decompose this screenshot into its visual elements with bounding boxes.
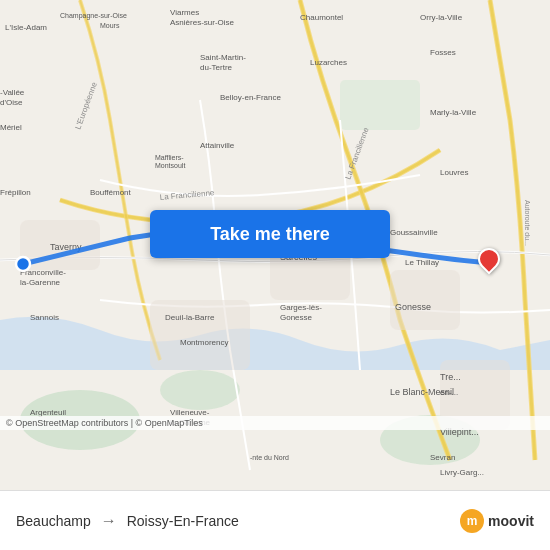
svg-text:-nte du Nord: -nte du Nord (250, 454, 289, 461)
svg-text:Saint-Martin-: Saint-Martin- (200, 53, 246, 62)
svg-text:Marly-la-Ville: Marly-la-Ville (430, 108, 477, 117)
svg-text:Viarmes: Viarmes (170, 8, 199, 17)
svg-text:L'Isle-Adam: L'Isle-Adam (5, 23, 47, 32)
svg-text:Orry-la-Ville: Orry-la-Ville (420, 13, 463, 22)
svg-text:Chaumontel: Chaumontel (300, 13, 343, 22)
svg-text:Champagne-sur-Oise: Champagne-sur-Oise (60, 12, 127, 20)
svg-text:-Vallée: -Vallée (0, 88, 25, 97)
svg-rect-8 (390, 270, 460, 330)
route-arrow-icon: → (101, 512, 117, 530)
svg-text:Bouffémont: Bouffémont (90, 188, 132, 197)
svg-rect-6 (150, 300, 250, 370)
svg-text:Livry-Garg...: Livry-Garg... (440, 468, 484, 477)
svg-text:Sevran: Sevran (430, 453, 455, 462)
svg-text:Le Thillay: Le Thillay (405, 258, 439, 267)
svg-text:Maffliers-: Maffliers- (155, 154, 184, 161)
svg-text:Taverny: Taverny (50, 242, 82, 252)
svg-text:Frépillon: Frépillon (0, 188, 31, 197)
svg-text:Goussainville: Goussainville (390, 228, 438, 237)
moovit-icon: m (460, 509, 484, 533)
copyright-bar: © OpenStreetMap contributors | © OpenMap… (0, 416, 550, 430)
svg-text:Mériel: Mériel (0, 123, 22, 132)
bottom-bar: Beauchamp → Roissy-En-France m moovit (0, 490, 550, 550)
svg-text:la-Garenne: la-Garenne (20, 278, 61, 287)
svg-point-2 (160, 370, 240, 410)
svg-text:Luzarches: Luzarches (310, 58, 347, 67)
destination-pin (478, 248, 500, 276)
moovit-text: moovit (488, 513, 534, 529)
svg-text:Deuil-la-Barre: Deuil-la-Barre (165, 313, 215, 322)
svg-text:Sannois: Sannois (30, 313, 59, 322)
svg-rect-4 (340, 80, 420, 130)
svg-text:Asnières-sur-Oise: Asnières-sur-Oise (170, 18, 235, 27)
svg-text:du-Tertre: du-Tertre (200, 63, 233, 72)
svg-text:Tre...: Tre... (440, 372, 461, 382)
svg-text:Gonesse: Gonesse (280, 313, 313, 322)
route-info: Beauchamp → Roissy-En-France (16, 512, 239, 530)
svg-text:Louvres: Louvres (440, 168, 468, 177)
svg-text:Le Blanc-Mesnil: Le Blanc-Mesnil (390, 387, 454, 397)
svg-text:Gonesse: Gonesse (395, 302, 431, 312)
svg-text:Fosses: Fosses (430, 48, 456, 57)
svg-text:Attainville: Attainville (200, 141, 235, 150)
take-me-there-label: Take me there (210, 224, 330, 245)
svg-text:Mours: Mours (100, 22, 120, 29)
route-from: Beauchamp (16, 513, 91, 529)
map-container: Taverny Franconville- la-Garenne Sannois… (0, 0, 550, 490)
copyright-text: © OpenStreetMap contributors | © OpenMap… (6, 418, 203, 428)
route-to: Roissy-En-France (127, 513, 239, 529)
svg-text:Autoroute du...: Autoroute du... (524, 200, 531, 246)
svg-text:Montmorency: Montmorency (180, 338, 228, 347)
svg-text:Garges-lès-: Garges-lès- (280, 303, 322, 312)
svg-text:Montsoult: Montsoult (155, 162, 185, 169)
svg-text:Franconville-: Franconville- (20, 268, 66, 277)
svg-text:Belloy-en-France: Belloy-en-France (220, 93, 281, 102)
moovit-logo: m moovit (460, 509, 534, 533)
take-me-there-button[interactable]: Take me there (150, 210, 390, 258)
svg-text:d'Oise: d'Oise (0, 98, 23, 107)
